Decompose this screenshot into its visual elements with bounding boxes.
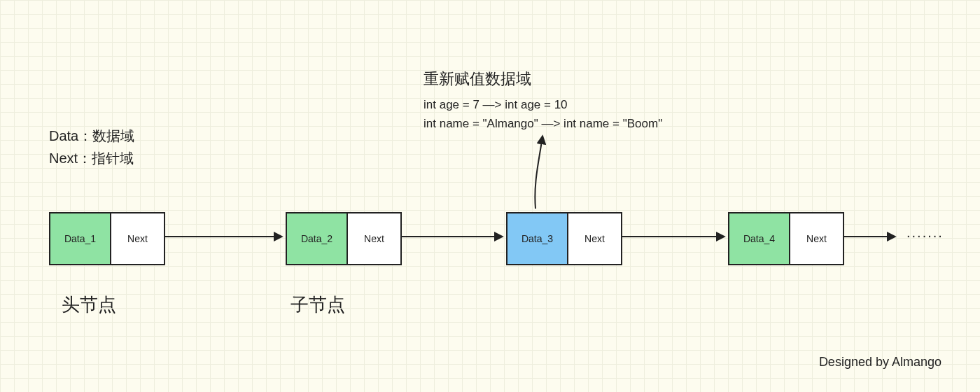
- node-4-data: Data_4: [729, 214, 790, 264]
- node-3: Data_3 Next: [506, 212, 622, 265]
- legend-next-label: Next：指针域: [49, 147, 134, 169]
- node-3-next: Next: [568, 214, 621, 264]
- node-2-data: Data_2: [287, 214, 348, 264]
- node-4: Data_4 Next: [728, 212, 844, 265]
- node-1-next: Next: [111, 214, 164, 264]
- legend-box: Data：数据域 Next：指针域: [49, 125, 134, 169]
- caption-head-node: 头节点: [62, 293, 116, 317]
- node-4-next: Next: [790, 214, 843, 264]
- node-1-data: Data_1: [50, 214, 111, 264]
- node-3-data: Data_3: [507, 214, 568, 264]
- arrow-annotation-to-node3: [535, 136, 542, 209]
- ellipsis-text: ·······: [906, 227, 944, 244]
- caption-child-node: 子节点: [290, 293, 345, 317]
- annotation-line-2: int name = "Almango" —> int name = "Boom…: [424, 114, 662, 133]
- annotation-box: 重新赋值数据域 int age = 7 —> int age = 10 int …: [424, 66, 662, 134]
- node-1: Data_1 Next: [49, 212, 165, 265]
- annotation-line-1: int age = 7 —> int age = 10: [424, 95, 662, 114]
- node-2: Data_2 Next: [286, 212, 402, 265]
- legend-data-label: Data：数据域: [49, 125, 134, 147]
- node-2-next: Next: [348, 214, 400, 264]
- credit-text: Designed by Almango: [819, 355, 941, 370]
- annotation-title: 重新赋值数据域: [424, 66, 662, 91]
- arrows-overlay: [0, 0, 980, 392]
